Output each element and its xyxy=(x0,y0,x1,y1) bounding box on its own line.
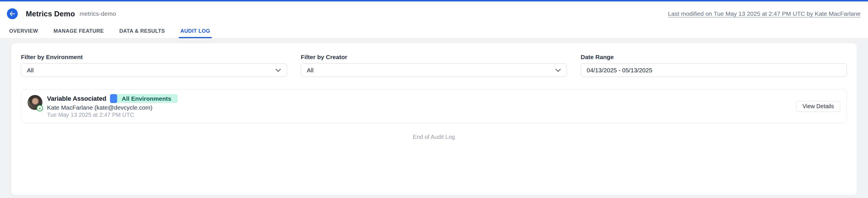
avatar: + xyxy=(28,95,42,110)
filter-date-range-group: Date Range xyxy=(581,54,847,77)
page-content: Filter by Environment All Filter by Crea… xyxy=(0,38,868,195)
creator-select-value: All xyxy=(307,67,313,74)
chevron-down-icon xyxy=(275,68,281,72)
feature-header: Metrics Demo metrics-demo Last modified … xyxy=(0,1,868,38)
end-of-audit-log-text: End of Audit Log xyxy=(21,134,847,140)
filter-creator-label: Filter by Creator xyxy=(301,54,567,61)
audit-log-panel: Filter by Environment All Filter by Crea… xyxy=(11,43,857,195)
create-action-plus-icon: + xyxy=(37,105,43,111)
environment-badge-label: All Environments xyxy=(122,95,171,102)
tab-manage-feature[interactable]: MANAGE FEATURE xyxy=(52,28,106,38)
chevron-down-icon xyxy=(555,68,561,72)
feature-tabs: OVERVIEW MANAGE FEATURE DATA & RESULTS A… xyxy=(7,28,868,38)
audit-user: Kate MacFarlane (kate@devcycle.com) xyxy=(47,104,178,111)
view-details-button[interactable]: View Details xyxy=(796,101,840,112)
environment-badge: All Environments xyxy=(110,94,178,103)
audit-entry-title-row: Variable Associated All Environments xyxy=(47,94,178,103)
back-button[interactable] xyxy=(7,8,18,19)
audit-timestamp: Tue May 13 2025 at 2:47 PM UTC xyxy=(47,111,178,118)
environment-select-value: All xyxy=(27,67,33,74)
tab-overview[interactable]: OVERVIEW xyxy=(7,28,40,38)
tab-audit-log[interactable]: AUDIT LOG xyxy=(179,28,212,38)
last-modified-text: Last modified on Tue May 13 2025 at 2:47… xyxy=(668,10,861,17)
environment-color-chip xyxy=(110,94,117,103)
audit-entry-body: Variable Associated All Environments Kat… xyxy=(47,94,178,118)
tab-data-results[interactable]: DATA & RESULTS xyxy=(118,28,166,38)
header-row: Metrics Demo metrics-demo Last modified … xyxy=(0,8,868,19)
creator-select[interactable]: All xyxy=(301,63,567,77)
page-title: Metrics Demo xyxy=(26,9,75,18)
filter-environment-group: Filter by Environment All xyxy=(21,54,287,77)
arrow-left-icon xyxy=(9,11,15,16)
audit-action-title: Variable Associated xyxy=(47,95,106,103)
feature-key: metrics-demo xyxy=(80,10,116,17)
environment-select[interactable]: All xyxy=(21,63,287,77)
audit-log-entry: + Variable Associated All Environments K… xyxy=(21,89,847,123)
filter-environment-label: Filter by Environment xyxy=(21,54,287,61)
date-range-label: Date Range xyxy=(581,54,847,61)
filter-creator-group: Filter by Creator All xyxy=(301,54,567,77)
date-range-input[interactable] xyxy=(581,63,847,77)
filters-row: Filter by Environment All Filter by Crea… xyxy=(21,54,847,77)
